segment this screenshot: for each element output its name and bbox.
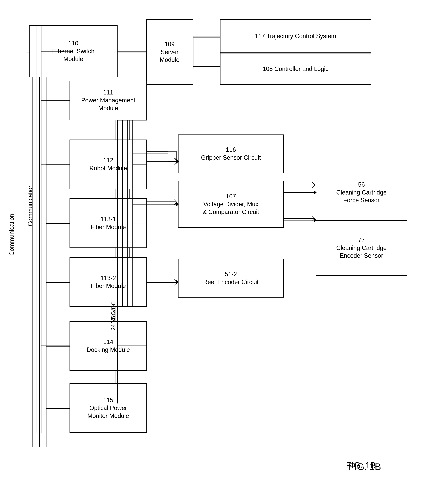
reel-encoder-box: 51-2 Reel Encoder Circuit [178, 259, 284, 298]
docking-module-box: 114 Docking Module [70, 321, 147, 371]
robot-module-box: 112 Robot Module [70, 139, 147, 189]
voltage-divider-box: 107 Voltage Divider, Mux & Comparator Ci… [178, 181, 284, 228]
fiber-module-2-box: 113-2 Fiber Module [70, 257, 147, 307]
controller-box: 108 Controller and Logic [220, 53, 371, 85]
optical-monitor-box: 115 Optical Power Monitor Module [70, 383, 147, 433]
ethernet-switch-box: 110 Ethernet Switch Module [29, 25, 118, 77]
communication-label: Communication [27, 184, 34, 226]
trajectory-box: 117 Trajectory Control System [220, 19, 371, 53]
fiber-module-1-box: 113-1 Fiber Module [70, 198, 147, 248]
communication-label: Communication [8, 222, 15, 256]
power-management-box: 111 Power Management Module [70, 81, 147, 120]
force-sensor-box: 56 Cleaning Cartridge Force Sensor [316, 165, 407, 220]
diagram: 110 Ethernet Switch Module 109 Server Mo… [0, 0, 423, 504]
figure-label: FIG. 1B [349, 461, 381, 472]
gripper-sensor-box: 116 Gripper Sensor Circuit [178, 134, 284, 173]
encoder-sensor-box: 77 Cleaning Cartridge Encoder Sensor [316, 220, 407, 276]
vdc-label: 24 VDC [110, 311, 116, 330]
server-module-box: 109 Server Module [146, 19, 193, 85]
